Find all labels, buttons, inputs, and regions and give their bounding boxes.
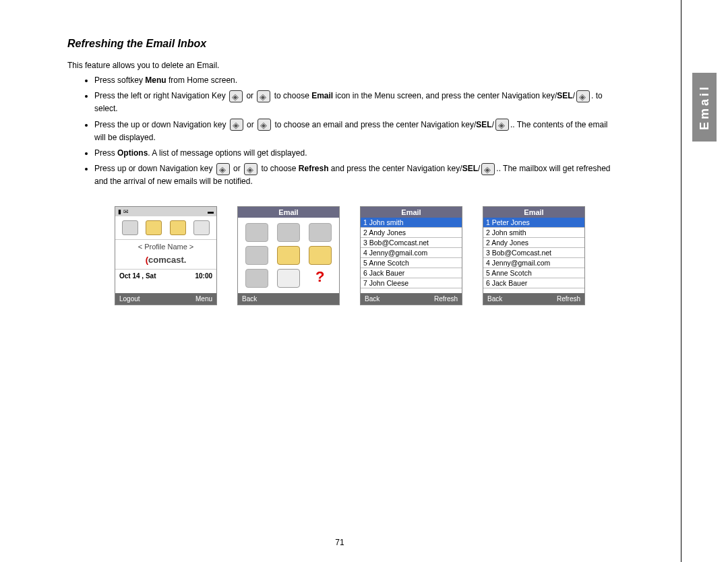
phone-home: ▮ ✉▬ < Profile Name > comcast. Oct 14 , … (115, 206, 217, 305)
text: and press the center Navigation key/ (329, 164, 462, 173)
text: Press up or down Navigation key (94, 164, 215, 173)
bold-sel: SEL (476, 120, 491, 129)
bold-menu: Menu (145, 75, 166, 85)
side-tab-label: Email (692, 73, 717, 142)
app-icon (193, 220, 210, 235)
softkey-bar: LogoutMenu (115, 293, 216, 305)
phone-inbox-1: Email 1 John smith 2 Andy Jones 3 Bob@Co… (360, 206, 462, 305)
menu-item-icon[interactable] (245, 223, 268, 242)
email-row[interactable]: 6 Jack Bauer (361, 268, 462, 278)
email-row[interactable]: 4 Jenny@gmail.com (483, 258, 584, 268)
menu-item-email-icon[interactable] (277, 269, 300, 288)
nav-down-icon (244, 163, 257, 175)
screenshot-row: ▮ ✉▬ < Profile Name > comcast. Oct 14 , … (115, 206, 612, 305)
text: to choose an email and press the center … (272, 120, 476, 129)
email-row[interactable]: 1 Peter Jones (483, 218, 584, 228)
text: Press the left or right Navigation Key (94, 91, 228, 100)
page-number: 71 (0, 538, 679, 547)
nav-center-icon (576, 90, 590, 102)
bold-refresh: Refresh (299, 164, 329, 173)
menu-item-icon[interactable] (245, 246, 268, 265)
email-row[interactable]: 7 John Cleese (361, 278, 462, 288)
softkey-right[interactable]: Refresh (434, 295, 458, 303)
email-row[interactable]: 5 Anne Scotch (361, 258, 462, 268)
list-item: Press the left or right Navigation Key o… (94, 90, 612, 115)
softkey-right[interactable]: Menu (195, 295, 212, 303)
instruction-list: Press softkey Menu from Home screen. Pre… (67, 74, 612, 189)
app-icon (122, 220, 138, 235)
email-row[interactable]: 3 Bob@Comcast.net (361, 238, 462, 248)
screen-title: Email (483, 207, 584, 218)
text: or (231, 164, 243, 173)
nav-center-icon (495, 119, 509, 131)
menu-grid: ? (238, 218, 339, 293)
text: to choose (272, 91, 311, 100)
email-row[interactable]: 3 Bob@Comcast.net (483, 248, 584, 258)
app-icon (170, 220, 186, 235)
email-row[interactable]: 2 John smith (483, 228, 584, 238)
list-item: Press Options. A list of message options… (94, 147, 612, 160)
softkey-left[interactable]: Logout (119, 295, 140, 303)
menu-item-icon[interactable] (245, 269, 268, 288)
nav-left-icon (229, 90, 243, 102)
menu-item-icon[interactable] (277, 223, 300, 242)
softkey-left[interactable]: Back (365, 295, 380, 303)
list-item: Press up or down Navigation key or to ch… (94, 162, 612, 188)
time-text: 10:00 (195, 272, 212, 280)
comcast-logo: comcast. (115, 253, 216, 269)
intro-text: This feature allows you to delete an Ema… (67, 61, 612, 70)
softkey-bar: BackRefresh (483, 293, 584, 305)
text: Press the up or down Navigation key (94, 120, 229, 129)
status-bar: ▮ ✉▬ (115, 207, 216, 216)
nav-right-icon (257, 90, 270, 102)
bold-options: Options (117, 148, 148, 158)
nav-center-icon (481, 163, 495, 175)
screen-title: Email (361, 207, 462, 218)
phone-menu: Email ? Back (237, 206, 340, 305)
text: or (244, 91, 255, 100)
text: Press softkey (94, 75, 145, 85)
softkey-right[interactable]: Refresh (557, 295, 580, 303)
softkey-left[interactable]: Back (242, 295, 257, 303)
email-row[interactable]: 2 Andy Jones (483, 238, 584, 248)
list-item: Press the up or down Navigation key or t… (94, 119, 612, 144)
email-list: 1 Peter Jones 2 John smith 2 Andy Jones … (483, 218, 584, 293)
nav-down-icon (257, 119, 271, 131)
email-row[interactable]: 1 John smith (361, 218, 462, 228)
text: from Home screen. (166, 75, 237, 85)
signal-icon: ▮ ✉ (118, 208, 129, 215)
email-list: 1 John smith 2 Andy Jones 3 Bob@Comcast.… (361, 218, 462, 293)
phone-inbox-2: Email 1 Peter Jones 2 John smith 2 Andy … (483, 206, 585, 305)
text: or (245, 120, 256, 129)
email-row[interactable]: 2 Andy Jones (361, 228, 462, 238)
list-item: Press softkey Menu from Home screen. (94, 74, 612, 87)
email-row[interactable]: 6 Jack Bauer (483, 278, 584, 288)
screen-title: Email (238, 207, 339, 218)
text: . A list of message options will get dis… (148, 148, 307, 158)
text: icon in the Menu screen, and press the c… (333, 91, 557, 100)
nav-up-icon (216, 163, 230, 175)
bold-sel: SEL (557, 91, 572, 100)
bold-email: Email (311, 91, 333, 100)
menu-item-icon[interactable] (277, 246, 300, 265)
side-border: Email (681, 0, 728, 562)
nav-up-icon (230, 119, 243, 131)
battery-icon: ▬ (208, 208, 214, 215)
home-icon-row (115, 216, 216, 239)
text: to choose (259, 164, 299, 173)
section-heading: Refreshing the Email Inbox (67, 38, 612, 50)
app-icon (146, 220, 162, 235)
date-text: Oct 14 , Sat (119, 272, 156, 280)
home-date-row: Oct 14 , Sat10:00 (115, 269, 216, 282)
softkey-bar: Back (238, 293, 339, 305)
bold-sel: SEL (462, 164, 478, 173)
menu-item-icon[interactable] (309, 246, 332, 265)
email-row[interactable]: 4 Jenny@gmail.com (361, 248, 462, 258)
email-row[interactable]: 5 Anne Scotch (483, 268, 584, 278)
menu-item-icon[interactable] (309, 223, 332, 242)
text: Press (94, 148, 117, 158)
profile-name: < Profile Name > (115, 239, 216, 253)
softkey-bar: BackRefresh (361, 293, 462, 305)
menu-item-help-icon[interactable]: ? (309, 269, 332, 288)
softkey-left[interactable]: Back (487, 295, 502, 303)
